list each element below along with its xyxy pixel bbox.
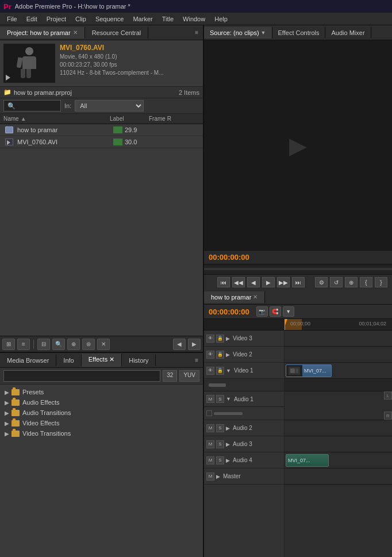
menu-help[interactable]: Help [210, 14, 232, 24]
monitor-btn-loop[interactable]: ↺ [330, 277, 343, 287]
audio4-clip[interactable]: MVI_07... [286, 454, 329, 467]
track-lock-video1[interactable]: 🔒 [216, 367, 224, 375]
monitor-btn-in[interactable]: { [360, 277, 372, 287]
tab-timeline-sequence[interactable]: how to pramar ✕ [204, 291, 265, 303]
toolbar-new-bin[interactable]: ⊕ [67, 339, 80, 350]
tab-effect-controls[interactable]: Effect Controls [272, 27, 326, 39]
tl-tool-camera[interactable]: 📷 [256, 306, 268, 317]
track-expand-video2[interactable]: ▶ [226, 352, 230, 358]
effects-category-audio-effects[interactable]: ▶ Audio Effects [0, 397, 203, 408]
audio1-volume-bar[interactable] [214, 412, 243, 415]
track-solo-audio1[interactable]: S [216, 395, 224, 403]
tab-source[interactable]: Source: (no clips) ▼ [204, 27, 272, 39]
track-content-master[interactable] [285, 468, 392, 485]
track-mute-audio4[interactable]: M [206, 456, 214, 464]
track-mute-master[interactable]: M [206, 473, 214, 481]
menu-edit[interactable]: Edit [22, 14, 42, 24]
playhead[interactable] [285, 319, 285, 330]
tab-audio-mixer[interactable]: Audio Mixer [325, 27, 371, 39]
track-content-audio1[interactable]: L R [285, 391, 392, 420]
effects-category-video-effects[interactable]: ▶ Video Effects [0, 418, 203, 428]
toolbar-delete[interactable]: ✕ [97, 339, 110, 350]
track-mute-audio2[interactable]: M [206, 424, 214, 432]
toolbar-list-view[interactable]: ⊞ [2, 339, 15, 350]
track-content-audio4[interactable]: MVI_07... [285, 452, 392, 468]
track-content-audio3[interactable] [285, 436, 392, 452]
track-lock-video2[interactable]: 🔒 [216, 351, 224, 359]
source-dropdown-arrow[interactable]: ▼ [261, 30, 266, 36]
menu-project[interactable]: Project [42, 14, 71, 24]
toolbar-find[interactable]: 🔍 [52, 339, 65, 350]
track-solo-audio2[interactable]: S [216, 424, 224, 432]
tab-media-browser[interactable]: Media Browser [0, 355, 56, 366]
tab-effects[interactable]: Effects ✕ [82, 354, 122, 367]
track-solo-audio4[interactable]: S [216, 456, 224, 464]
project-panel-menu[interactable]: ≡ [190, 27, 203, 38]
track-content-audio2[interactable] [285, 420, 392, 436]
monitor-btn-step-back[interactable]: ◀◀ [232, 277, 245, 287]
tl-tool-magnet[interactable]: 🧲 [270, 306, 281, 317]
track-expand-audio4[interactable]: ▶ [226, 458, 230, 463]
toolbar-forward[interactable]: ▶ [188, 339, 201, 350]
effects-btn-32[interactable]: 32 [163, 370, 177, 382]
monitor-btn-settings[interactable]: ⚙ [315, 277, 328, 287]
effects-category-audio-transitions[interactable]: ▶ Audio Transitions [0, 408, 203, 418]
track-visible-video1[interactable]: 👁 [206, 367, 214, 375]
track-expand-audio1[interactable]: ▼ [226, 396, 231, 402]
close-project-tab[interactable]: ✕ [73, 29, 78, 36]
menu-file[interactable]: File [2, 14, 22, 24]
track-content-video3[interactable] [285, 331, 392, 347]
monitor-btn-to-in[interactable]: ⏮ [217, 277, 230, 287]
project-search-input[interactable] [3, 100, 61, 112]
monitor-btn-out[interactable]: } [375, 277, 387, 287]
timeline-area: 👁 🔒 ▶ Video 3 👁 🔒 ▶ Video 2 👁 [204, 319, 392, 557]
in-select[interactable]: All [75, 100, 144, 112]
monitor-btn-play-back[interactable]: ◀ [247, 277, 260, 287]
menu-sequence[interactable]: Sequence [91, 14, 129, 24]
track-expand-audio2[interactable]: ▶ [226, 425, 230, 431]
tab-info[interactable]: Info [56, 355, 81, 366]
close-timeline-tab[interactable]: ✕ [253, 294, 258, 300]
monitor-btn-to-out[interactable]: ⏭ [292, 277, 305, 287]
track-expand-audio3[interactable]: ▶ [226, 441, 230, 447]
monitor-btn-step-fwd[interactable]: ▶▶ [277, 277, 290, 287]
track-solo-audio3[interactable]: S [216, 440, 224, 448]
tab-resource-central[interactable]: Resource Central [85, 27, 149, 39]
file-row[interactable]: MVI_0760.AVI 30.0 [0, 136, 203, 148]
track-content-video2[interactable] [285, 347, 392, 363]
track-mute-audio3[interactable]: M [206, 440, 214, 448]
effects-category-presets[interactable]: ▶ Presets [0, 387, 203, 397]
effects-search-input[interactable] [3, 370, 160, 382]
effects-category-video-transitions[interactable]: ▶ Video Transitions [0, 428, 203, 439]
video1-clip[interactable]: MVI_07... [286, 364, 332, 377]
track-mute-audio1[interactable]: M [206, 395, 214, 403]
toolbar-automate[interactable]: ⊟ [37, 339, 50, 350]
monitor-btn-marker[interactable]: ⊕ [345, 277, 358, 287]
track-expand-video3[interactable]: ▶ [226, 336, 230, 341]
menu-title[interactable]: Title [157, 14, 178, 24]
track-content-video1[interactable]: MVI_07... [285, 363, 392, 379]
close-effects-tab[interactable]: ✕ [109, 356, 114, 363]
toolbar-new-item[interactable]: ⊜ [82, 339, 95, 350]
tab-history[interactable]: History [122, 355, 156, 366]
effects-panel-menu[interactable]: ≡ [190, 355, 203, 366]
toolbar-icon-view[interactable]: ≡ [17, 339, 30, 350]
track-visible-video3[interactable]: 👁 [206, 335, 214, 343]
effects-btn-yuv[interactable]: YUV [179, 370, 199, 382]
tl-tool-markers[interactable]: ▼ [283, 306, 294, 317]
track-content-video1-sub[interactable] [285, 379, 392, 391]
audio1-lock[interactable] [206, 410, 212, 416]
file-row[interactable]: how to pramar 29.9 [0, 124, 203, 136]
track-visible-video2[interactable]: 👁 [206, 351, 214, 359]
tab-project[interactable]: Project: how to pramar ✕ [0, 27, 85, 39]
toolbar-back[interactable]: ◀ [173, 339, 186, 350]
menu-marker[interactable]: Marker [128, 14, 157, 24]
menu-window[interactable]: Window [178, 14, 210, 24]
project-toolbar: ⊞ ≡ ⊟ 🔍 ⊕ ⊜ ✕ ◀ ▶ [0, 336, 203, 352]
menu-clip[interactable]: Clip [71, 14, 91, 24]
monitor-btn-play[interactable]: ▶ [262, 277, 275, 287]
track-lock-video3[interactable]: 🔒 [216, 335, 224, 343]
track-expand-master[interactable]: ▶ [216, 474, 220, 479]
track-expand-video1[interactable]: ▼ [226, 368, 231, 374]
track-label-video1-sub [204, 379, 284, 391]
